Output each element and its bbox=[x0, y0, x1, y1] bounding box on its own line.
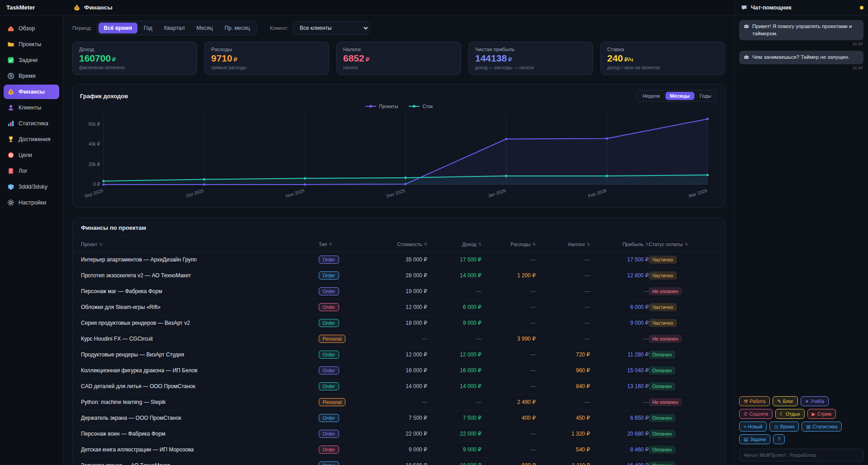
cell-cost: 18 000 ₽ bbox=[368, 320, 427, 326]
sort-icon: ⇅ bbox=[329, 242, 332, 247]
quick-row: ▤Задачи? bbox=[739, 434, 863, 444]
cell-cost: 7 500 ₽ bbox=[368, 415, 427, 421]
period-button-3[interactable]: Месяц bbox=[191, 23, 218, 33]
sidebar-item-tasks[interactable]: Задачи bbox=[4, 53, 59, 67]
col-expenses-header[interactable]: Расходы⇅ bbox=[481, 242, 536, 247]
table-row[interactable]: Продуктовые рендеры — ВизАрт СтудияOrder… bbox=[73, 347, 725, 363]
quick-button-icon: ✎ bbox=[777, 399, 781, 404]
stat-value: 9710₽ bbox=[211, 53, 322, 64]
chart-tab-0[interactable]: Недели bbox=[638, 92, 665, 100]
quick-button[interactable]: ✦Учёба bbox=[801, 396, 829, 406]
table-row[interactable]: Персонаж маг — Фабрика ФормOrder19 000 ₽… bbox=[73, 284, 725, 299]
payment-status-badge: Оплачен bbox=[649, 446, 675, 454]
col-income-header[interactable]: Доход⇅ bbox=[427, 242, 481, 247]
col-type-header[interactable]: Тип⇅ bbox=[319, 242, 368, 247]
cell-status: Частично bbox=[649, 256, 717, 264]
cell-profit: — bbox=[590, 399, 649, 405]
sidebar-item-clients[interactable]: Клиенты bbox=[4, 100, 59, 115]
cell-income: 17 500 ₽ bbox=[427, 256, 481, 263]
stat-card-income: Доход160700₽фактически оплачено bbox=[72, 42, 197, 75]
cell-status: Оплачен bbox=[649, 351, 717, 359]
sidebar-item-goals[interactable]: Цели bbox=[4, 148, 59, 162]
legend-item[interactable]: Сток bbox=[408, 104, 433, 109]
table-row[interactable]: Прототип экзоскелета v2 — АО ТехноМакетO… bbox=[73, 268, 725, 284]
cell-income: 14 000 ₽ bbox=[427, 272, 481, 279]
type-badge: Order bbox=[319, 319, 339, 327]
home-icon bbox=[7, 25, 14, 32]
period-button-1[interactable]: Год bbox=[138, 23, 158, 33]
target-icon bbox=[7, 152, 14, 159]
table-row[interactable]: CAD деталей для литья — ООО ПромСтанокOr… bbox=[73, 379, 725, 394]
cell-status: Оплачен bbox=[649, 366, 717, 375]
cell-status: Оплачен bbox=[649, 461, 717, 465]
sidebar-item-label: Настройки bbox=[19, 199, 46, 206]
table-row[interactable]: Запчасти станка — АО ТехноМакетOrder18 5… bbox=[73, 458, 725, 465]
sidebar-item-time[interactable]: Время bbox=[4, 69, 59, 83]
quick-button[interactable]: ? bbox=[773, 434, 785, 444]
quick-button[interactable]: ▶Стрим bbox=[807, 409, 836, 419]
quick-button-icon: ☾ bbox=[780, 411, 784, 417]
cell-taxes: 720 ₽ bbox=[536, 351, 590, 358]
quick-button-icon: ▥ bbox=[806, 424, 811, 429]
sidebar-item-log[interactable]: Лог bbox=[4, 164, 59, 178]
table-row[interactable]: Персонаж воин — Фабрика ФормOrder22 000 … bbox=[73, 426, 725, 442]
col-profit-header[interactable]: Прибыль⇅ bbox=[590, 242, 649, 247]
message-bubble: Чем занимаешься? Таймер не запущен. bbox=[739, 51, 863, 64]
chart-tab-1[interactable]: Месяцы bbox=[665, 92, 694, 100]
app-logo[interactable]: TaskMeter bbox=[0, 0, 63, 15]
chat-input[interactable] bbox=[739, 449, 863, 461]
sidebar-item-label: Лог bbox=[19, 168, 28, 174]
quick-button[interactable]: ✎Блог bbox=[773, 396, 798, 406]
robot-icon bbox=[743, 23, 750, 29]
cell-expenses: — bbox=[481, 383, 536, 389]
money-bag-icon bbox=[73, 4, 80, 11]
table-row[interactable]: Python: machine learning — StepikPersona… bbox=[73, 394, 725, 410]
quick-button[interactable]: + Новый bbox=[739, 422, 767, 432]
table-row[interactable]: Интерьер апартаментов — АрхиДизайн Групп… bbox=[73, 252, 725, 268]
quick-button-icon: ✦ bbox=[805, 399, 809, 404]
sidebar-item-projects[interactable]: Проекты bbox=[4, 37, 59, 52]
chart-title: График доходов bbox=[80, 93, 128, 100]
period-button-2[interactable]: Квартал bbox=[159, 23, 190, 33]
table-row[interactable]: Держатель экрана — ООО ПромСтанокOrder7 … bbox=[73, 410, 725, 426]
quick-row: + Новый◷Время▥Статистика bbox=[739, 422, 863, 432]
payment-status-badge: Не оплачен bbox=[649, 335, 682, 343]
sidebar-item-achievements[interactable]: Достижения bbox=[4, 132, 59, 147]
sidebar-item-statistics[interactable]: Статистика bbox=[4, 116, 59, 131]
quick-button[interactable]: ▥Статистика bbox=[802, 422, 842, 432]
col-status-header[interactable]: Статус оплаты⇅ bbox=[649, 242, 717, 247]
table-row[interactable]: Серия продуктовых рендеров — ВизАрт v2Or… bbox=[73, 315, 725, 331]
col-taxes-header[interactable]: Налоги⇅ bbox=[536, 242, 590, 247]
payment-status-badge: Частично bbox=[649, 319, 677, 327]
cell-income: 7 500 ₽ bbox=[427, 415, 481, 421]
quick-button[interactable]: ☾Отдых bbox=[775, 409, 805, 419]
chart-tab-2[interactable]: Годы bbox=[695, 92, 716, 100]
stats-icon bbox=[7, 120, 14, 127]
table-header: Проект⇅Тип⇅Стоимость⇅Доход⇅Расходы⇅Налог… bbox=[73, 237, 725, 252]
table-row[interactable]: Обложки для Steam-игры «Rift»Order12 000… bbox=[73, 299, 725, 315]
clock-icon bbox=[7, 72, 14, 80]
sidebar-item-overview[interactable]: Обзор bbox=[4, 21, 59, 36]
period-button-4[interactable]: Пр. месяц bbox=[219, 23, 255, 33]
legend-item[interactable]: Проекты bbox=[365, 104, 398, 109]
col-project-header[interactable]: Проект⇅ bbox=[81, 242, 319, 247]
table-row[interactable]: Коллекционная фигурка дракона — ИП Белов… bbox=[73, 363, 725, 379]
cell-cost: 28 000 ₽ bbox=[368, 272, 427, 279]
table-row[interactable]: Курс Houdini FX — CGCircuitPersonal——3 9… bbox=[73, 331, 725, 347]
cell-project: Серия продуктовых рендеров — ВизАрт v2 bbox=[81, 320, 319, 326]
table-row[interactable]: Детская книга иллюстрации — ИП МорозоваO… bbox=[73, 442, 725, 458]
svg-text:Dec 2025: Dec 2025 bbox=[386, 188, 406, 199]
stat-value: 6852₽ bbox=[343, 53, 454, 64]
col-cost-header[interactable]: Стоимость⇅ bbox=[368, 242, 427, 247]
sidebar-item-finances[interactable]: Финансы bbox=[4, 85, 59, 99]
quick-button[interactable]: ▤Задачи bbox=[739, 434, 770, 444]
sidebar-item-settings[interactable]: Настройки bbox=[4, 195, 59, 210]
quick-button[interactable]: ◷Время bbox=[769, 422, 799, 432]
period-button-0[interactable]: Всё время bbox=[99, 23, 137, 33]
trophy-icon bbox=[7, 136, 14, 143]
quick-button[interactable]: ⚒Работа bbox=[739, 396, 770, 406]
sidebar-item-3ddd[interactable]: 3ddd/3dsky bbox=[4, 180, 59, 194]
quick-button[interactable]: ✆Соцсети bbox=[739, 409, 773, 419]
stat-card-expenses: Расходы9710₽прямые расходы bbox=[204, 42, 329, 75]
client-select[interactable]: Все клиенты bbox=[293, 21, 370, 35]
